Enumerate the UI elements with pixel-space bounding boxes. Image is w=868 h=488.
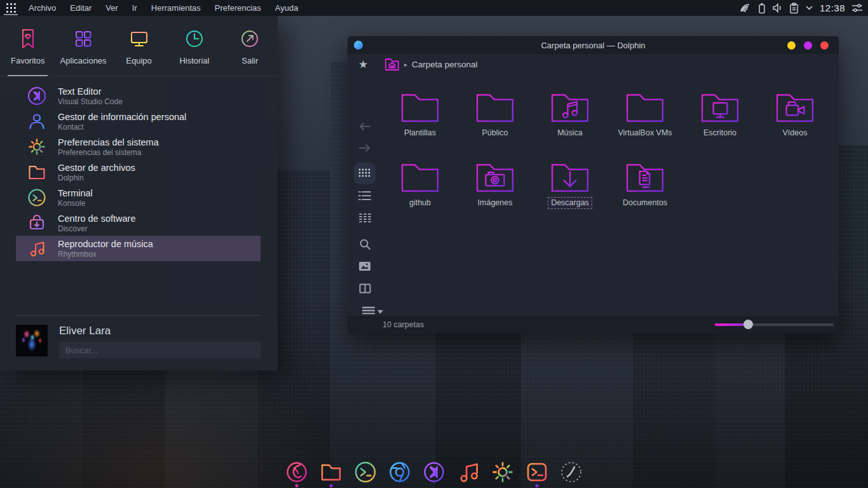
zoom-slider-handle[interactable] xyxy=(743,320,753,329)
folder-icon xyxy=(625,91,665,124)
firefox-icon xyxy=(284,459,309,485)
application-launcher-panel: Favoritos Aplicaciones Equipo Historial xyxy=(0,16,278,370)
folder-videos[interactable]: Vídeos xyxy=(757,87,832,157)
launcher-item-rhythmbox[interactable]: Reproductor de música Rhythmbox xyxy=(16,236,261,261)
folder-musica[interactable]: Música xyxy=(532,87,607,157)
preview-button[interactable] xyxy=(354,255,376,277)
dock-file-manager[interactable] xyxy=(318,458,344,487)
search-button[interactable] xyxy=(354,233,376,255)
folder-video-icon xyxy=(775,91,815,124)
running-indicator xyxy=(295,484,299,487)
history-clock-icon xyxy=(183,27,206,51)
app-launcher-button[interactable] xyxy=(0,0,22,16)
back-button[interactable] xyxy=(354,116,376,137)
search-icon xyxy=(359,238,371,250)
user-avatar[interactable] xyxy=(16,325,48,356)
clock[interactable]: 12:38 xyxy=(820,3,845,13)
launcher-item-konsole[interactable]: Terminal Konsole xyxy=(16,185,261,210)
volume-icon[interactable] xyxy=(772,3,783,13)
music-note-icon xyxy=(27,238,47,259)
menu-herramientas[interactable]: Herramientas xyxy=(144,0,208,16)
dolphin-titlebar[interactable]: Carpeta personal — Dolphin xyxy=(348,36,839,54)
dock xyxy=(283,458,585,487)
split-view-icon xyxy=(359,283,371,294)
launcher-item-system-settings[interactable]: Preferencias del sistema Preferencias de… xyxy=(16,134,261,159)
dock-firefox[interactable] xyxy=(283,458,310,487)
folder-plantillas[interactable]: Plantillas xyxy=(383,87,458,157)
folder-imagenes[interactable]: Imágenes xyxy=(458,157,532,227)
caret-down-icon xyxy=(377,310,383,314)
window-title: Carpeta personal — Dolphin xyxy=(348,41,839,50)
folder-icon xyxy=(400,161,440,194)
close-button[interactable] xyxy=(820,41,829,50)
tab-favoritos[interactable]: Favoritos xyxy=(0,16,55,76)
compact-view-button[interactable] xyxy=(354,207,376,229)
dock-chrome[interactable] xyxy=(386,458,413,487)
tab-historial[interactable]: Historial xyxy=(166,16,222,76)
launcher-item-vscode[interactable]: Text Editor Visual Studio Code xyxy=(16,83,261,109)
folder-documentos[interactable]: Documentos xyxy=(607,157,682,227)
dock-settings[interactable] xyxy=(489,458,516,487)
bookmark-star-icon[interactable]: ★ xyxy=(358,58,368,71)
compact-view-icon xyxy=(358,213,371,223)
image-preview-icon xyxy=(358,261,371,271)
launcher-item-dolphin[interactable]: Gestor de archivos Dolphin xyxy=(16,159,261,185)
network-icon[interactable] xyxy=(740,3,752,13)
menu-ver[interactable]: Ver xyxy=(98,0,125,16)
tab-equipo[interactable]: Equipo xyxy=(111,16,166,76)
launcher-user-area: Eliver Lara xyxy=(16,315,261,358)
battery-icon[interactable] xyxy=(758,3,766,14)
split-view-button[interactable] xyxy=(354,278,376,299)
dock-vscode[interactable] xyxy=(421,458,447,487)
terminal-circle-icon xyxy=(27,187,47,208)
grid-view-button[interactable] xyxy=(354,163,376,184)
computer-icon xyxy=(128,27,151,51)
system-tray: 12:38 xyxy=(740,3,868,14)
folder-github[interactable]: github xyxy=(383,157,458,227)
folder-escritorio[interactable]: Escritorio xyxy=(682,87,757,157)
folder-grid: Plantillas Público Música VirtualBox VMs… xyxy=(383,87,832,227)
launcher-item-kontact[interactable]: Gestor de información personal Kontact xyxy=(16,109,261,134)
dolphin-window: Carpeta personal — Dolphin ★ ▸ Carpeta p… xyxy=(348,36,839,334)
minimize-button[interactable] xyxy=(787,41,796,50)
home-folder-icon[interactable] xyxy=(384,57,400,72)
breadcrumb[interactable]: Carpeta personal xyxy=(412,60,478,69)
search-input[interactable] xyxy=(59,342,261,358)
settings-sliders-icon[interactable] xyxy=(851,3,863,13)
list-view-button[interactable] xyxy=(354,185,376,207)
tab-aplicaciones[interactable]: Aplicaciones xyxy=(55,16,111,76)
zoom-slider[interactable] xyxy=(715,323,834,326)
launcher-item-discover[interactable]: Centro de software Discover xyxy=(16,210,261,236)
dock-konsole[interactable] xyxy=(352,458,379,487)
dock-latte[interactable] xyxy=(558,458,585,487)
chrome-icon xyxy=(387,459,412,485)
grid-launcher-icon xyxy=(6,3,16,13)
global-menubar: Archivo Editar Ver Ir Herramientas Prefe… xyxy=(0,0,868,16)
maximize-button[interactable] xyxy=(804,41,812,50)
folder-publico[interactable]: Público xyxy=(458,87,532,157)
logout-icon xyxy=(238,27,261,51)
menu-editar[interactable]: Editar xyxy=(63,0,98,16)
music-note-icon xyxy=(456,459,481,485)
menu-ayuda[interactable]: Ayuda xyxy=(268,0,306,16)
favorites-list: Text Editor Visual Studio Code Gestor de… xyxy=(0,83,278,261)
folder-virtualbox-vms[interactable]: VirtualBox VMs xyxy=(607,87,682,157)
forward-button[interactable] xyxy=(354,137,376,159)
dock-rhythmbox[interactable] xyxy=(455,458,482,487)
window-controls xyxy=(787,41,829,50)
folder-music-icon xyxy=(550,91,590,124)
menu-archivo[interactable]: Archivo xyxy=(22,0,63,16)
menu-preferencias[interactable]: Preferencias xyxy=(208,0,268,16)
software-bag-icon xyxy=(27,213,47,233)
folder-icon xyxy=(318,459,344,485)
clipboard-icon[interactable] xyxy=(789,3,799,14)
vscode-icon xyxy=(27,86,47,106)
chevron-down-icon[interactable] xyxy=(805,5,813,11)
terminal-circle-icon xyxy=(353,459,378,485)
tab-salir[interactable]: Salir xyxy=(222,16,278,76)
dock-terminal[interactable] xyxy=(524,458,550,487)
folder-icon xyxy=(475,91,515,124)
folder-desktop-icon xyxy=(700,91,740,124)
menu-ir[interactable]: Ir xyxy=(125,0,144,16)
folder-descargas[interactable]: Descargas xyxy=(532,157,607,227)
